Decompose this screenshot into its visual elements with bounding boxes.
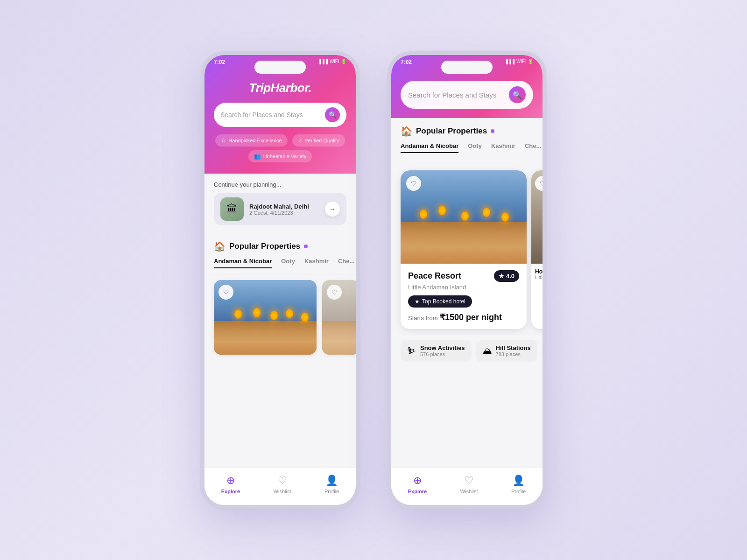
- nav-wishlist-1[interactable]: ♡ Wishlist: [274, 475, 291, 494]
- signal-icon: ▐▐▐: [318, 59, 328, 64]
- cards-row-2: ♡ Peace Resort ★ 4.0 Little Andaman Isla…: [391, 159, 543, 335]
- star-icon-rating: ★: [499, 273, 504, 280]
- badge-row-2: 👥 Unbeatable Variety: [214, 150, 346, 162]
- lantern-1: [234, 309, 242, 319]
- lantern-4: [286, 309, 293, 318]
- cat-snow-info: Snow Activities 576 places: [420, 344, 465, 357]
- profile-label-2: Profile: [511, 489, 526, 494]
- star-icon: ☆: [221, 137, 226, 144]
- search-bar-1[interactable]: Search for Places and Stays 🔍: [214, 103, 346, 127]
- nav-wishlist-2[interactable]: ♡ Wishlist: [460, 475, 478, 494]
- second-card-info: Hot... Little...: [531, 264, 543, 285]
- badge-verified: ✓ Verified Quality: [292, 134, 345, 147]
- search-button-2[interactable]: 🔍: [509, 86, 526, 103]
- tab-ooty-2[interactable]: Ooty: [468, 142, 482, 153]
- starts-from-label: Starts from: [408, 315, 438, 322]
- cat-hill-info: Hill Stations 783 places: [496, 344, 531, 357]
- cat-adventure[interactable]: 🪂: [542, 340, 543, 362]
- tab-ooty-1[interactable]: Ooty: [281, 258, 295, 268]
- lantern-3: [270, 311, 278, 320]
- big-card-info: Peace Resort ★ 4.0 Little Andaman Island…: [401, 264, 527, 329]
- tab-kashmir-2[interactable]: Kashmir: [491, 142, 515, 153]
- bottom-nav-1: ⊕ Explore ♡ Wishlist 👤 Profile: [204, 468, 356, 505]
- cat-snow-places: 576 places: [420, 351, 465, 357]
- tabs-row-2: Andaman & Nicobar Ooty Kashmir Che...: [391, 140, 543, 159]
- mountain-icon: ⛰: [483, 345, 492, 356]
- big-lantern-4: [483, 208, 490, 217]
- card-img-1: ♡: [214, 280, 317, 355]
- rating-badge: ★ 4.0: [494, 270, 519, 282]
- cat-hill[interactable]: ⛰ Hill Stations 783 places: [476, 340, 537, 362]
- wishlist-icon-2: ♡: [465, 475, 474, 487]
- search-button-1[interactable]: 🔍: [325, 107, 340, 122]
- big-lantern-2: [438, 206, 446, 215]
- badge-variety: 👥 Unbeatable Variety: [248, 150, 312, 162]
- continue-info: Rajdoot Mahal, Delhi 2 Guest, 4/11/2023: [249, 203, 319, 216]
- search-placeholder-1: Search for Places and Stays: [220, 111, 325, 119]
- big-wishlist-button[interactable]: ♡: [406, 176, 421, 191]
- price-row: Starts from ₹1500 per night: [408, 312, 519, 322]
- nav-explore-1[interactable]: ⊕ Explore: [221, 475, 240, 494]
- big-card-title-row: Peace Resort ★ 4.0: [408, 270, 519, 282]
- status-icons-1: ▐▐▐ WiFi 🔋: [318, 59, 346, 64]
- badge-handpicked: ☆ Handpicked Excellence: [215, 134, 287, 147]
- property-card-1[interactable]: ♡: [214, 280, 317, 355]
- tab-che-1[interactable]: Che...: [338, 258, 354, 268]
- popular-dot-1: [304, 245, 308, 248]
- nav-explore-2[interactable]: ⊕ Explore: [408, 475, 427, 494]
- big-lantern-3: [461, 211, 469, 221]
- badge-variety-label: Unbeatable Variety: [263, 154, 307, 159]
- popular-header-1: 🏠 Popular Properties: [204, 233, 356, 256]
- snow-icon: ⛷: [407, 345, 416, 356]
- second-card-img: ♡: [531, 170, 543, 264]
- phone1-content: 7:02 ▐▐▐ WiFi 🔋 TripHarbor. Search for P…: [204, 55, 356, 505]
- nav-profile-1[interactable]: 👤 Profile: [324, 475, 339, 494]
- cat-hill-places: 783 places: [496, 351, 531, 357]
- top-booked-badge: ★ Top Booked hotel: [408, 295, 472, 308]
- property-card-2[interactable]: ♡: [322, 280, 356, 355]
- tab-kashmir-1[interactable]: Kashmir: [304, 258, 329, 268]
- signal-icon-2: ▐▐▐: [505, 59, 514, 64]
- popular-title-1: Popular Properties: [229, 242, 300, 251]
- tab-andaman-1[interactable]: Andaman & Nicobar: [214, 258, 272, 268]
- lantern-5: [301, 313, 309, 322]
- tab-andaman-2[interactable]: Andaman & Nicobar: [401, 142, 458, 153]
- explore-label-1: Explore: [221, 489, 240, 494]
- property-name: Peace Resort: [408, 271, 461, 281]
- wishlist-button-1[interactable]: ♡: [218, 285, 233, 300]
- phone2-content: 7:02 ▐▐▐ WiFi 🔋 Search for Places and St…: [391, 55, 543, 505]
- house-icon-2: 🏠: [401, 126, 412, 137]
- popular-dot-2: [491, 129, 494, 133]
- badge-verified-label: Verified Quality: [305, 138, 339, 143]
- wishlist-icon-1: ♡: [278, 475, 287, 487]
- wishlist-button-2[interactable]: ♡: [327, 285, 342, 300]
- continue-label: Continue your planning...: [214, 181, 346, 188]
- big-property-card[interactable]: ♡ Peace Resort ★ 4.0 Little Andaman Isla…: [401, 170, 527, 329]
- top-booked-label: Top Booked hotel: [422, 298, 465, 305]
- continue-arrow-button[interactable]: →: [325, 202, 340, 217]
- phone-2: 7:02 ▐▐▐ WiFi 🔋 Search for Places and St…: [388, 51, 546, 509]
- badge-row: ☆ Handpicked Excellence ✓ Verified Quali…: [214, 134, 346, 147]
- profile-icon-1: 👤: [325, 475, 338, 487]
- explore-icon-1: ⊕: [226, 475, 235, 487]
- phone2-body: 🏠 Popular Properties Andaman & Nicobar O…: [391, 118, 543, 366]
- second-card-name: Hot...: [535, 268, 543, 275]
- cards-row-1: ♡ ♡: [204, 274, 356, 360]
- continue-card[interactable]: 🏛 Rajdoot Mahal, Delhi 2 Guest, 4/11/202…: [214, 193, 346, 225]
- tab-che-2[interactable]: Che...: [525, 142, 541, 153]
- check-icon: ✓: [298, 137, 303, 144]
- nav-profile-2[interactable]: 👤 Profile: [511, 475, 526, 494]
- continue-section: Continue your planning... 🏛 Rajdoot Maha…: [204, 174, 356, 233]
- explore-label-2: Explore: [408, 489, 427, 494]
- battery-icon: 🔋: [341, 59, 346, 64]
- cat-row: ⛷ Snow Activities 576 places ⛰ Hill Stat…: [391, 335, 543, 366]
- second-property-card[interactable]: ♡ Hot... Little...: [531, 170, 543, 329]
- lantern-2: [253, 308, 261, 317]
- cat-snow[interactable]: ⛷ Snow Activities 576 places: [401, 340, 472, 362]
- notch-2: [441, 61, 493, 74]
- second-card-location: Little...: [535, 275, 543, 280]
- continue-sub: 2 Guest, 4/11/2023: [249, 210, 319, 216]
- search-bar-2[interactable]: Search for Places and Stays 🔍: [401, 81, 533, 109]
- explore-icon-2: ⊕: [413, 475, 422, 487]
- wifi-icon: WiFi: [330, 59, 339, 64]
